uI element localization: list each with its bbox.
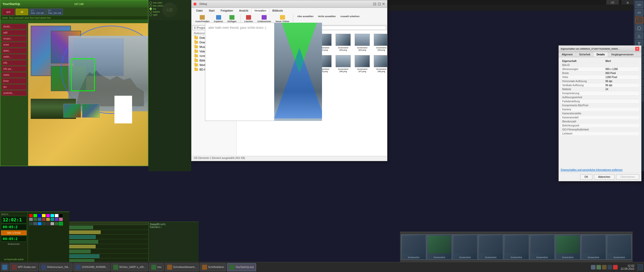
radio-top[interactable] [149, 8, 152, 10]
color-teal[interactable] [50, 218, 54, 221]
color-pink[interactable] [59, 218, 63, 221]
properties-remove-link[interactable]: Eigenschaften und persönliche Informatio… [559, 167, 641, 172]
sidebar-item-info-page[interactable]: info pa... [2, 66, 27, 72]
color-cell-2-6[interactable] [50, 222, 54, 225]
taskbar-yourstartup[interactable]: YourStartUp.exe [227, 263, 256, 271]
tray-action-center-icon[interactable] [608, 265, 612, 269]
tab-datei[interactable]: Datei [193, 8, 206, 13]
rt-btn-4[interactable]: ◯ [635, 24, 643, 31]
color-white[interactable] [55, 214, 59, 217]
radio-one-color[interactable] [149, 2, 152, 4]
file-screenshot-84[interactable]: Screenshot (84).png [353, 32, 371, 52]
sidebar-item-scetchboard[interactable]: scetchb... [2, 90, 27, 96]
taskbar-npf-snake[interactable]: NPF-Snake.exe [10, 263, 38, 271]
screenshot-thumb-6[interactable]: Screenshot [530, 234, 555, 260]
yourstartup-canvas[interactable] [28, 23, 148, 166]
color-dark-green[interactable] [33, 218, 37, 221]
taskbar-schriftstellerei[interactable]: Schriftstellerei [200, 263, 226, 271]
rt-btn-5[interactable]: △ [635, 32, 643, 39]
properties-close[interactable]: ✕ [635, 47, 639, 51]
screenshot-thumb-2[interactable]: Screenshot [427, 234, 452, 260]
color-magenta[interactable] [46, 214, 50, 217]
color-cell-2-1[interactable] [29, 222, 33, 225]
sidebar-item-reset[interactable]: reset [2, 42, 27, 47]
taskbar-neu[interactable]: neu [149, 263, 164, 271]
prop-abbrechen-button[interactable]: Abbrechen [594, 174, 615, 180]
screenshot-thumb-7[interactable]: Screenshot [555, 234, 580, 260]
screenshot-thumb-8[interactable]: Screenshot [581, 234, 606, 260]
tab-vorgaenger[interactable]: Vorgängerversionen [608, 52, 637, 57]
btn-nichts-auswaehlen[interactable]: Nichts auswählen [316, 14, 338, 23]
file-screenshot-97[interactable]: Screenshot (97).png [353, 54, 371, 74]
taskbar-schreibwett[interactable]: Schreibwettbewerb... [165, 263, 199, 271]
sidebar-item-rename[interactable]: renam... [2, 36, 27, 41]
btn-ausschneiden[interactable]: Ausschneiden [193, 14, 211, 23]
tab-sicherheit[interactable]: Sicherheit [576, 52, 593, 57]
file-explorer-close[interactable] [193, 3, 196, 6]
tab-start[interactable]: Start [206, 8, 217, 13]
btn-auswahl-umkehren[interactable]: Auswahl umkehren [339, 14, 361, 23]
color-green[interactable] [33, 214, 37, 217]
btn-loeschen[interactable]: Löschen [243, 14, 255, 23]
screenshot-thumb-5[interactable]: Screenshot [504, 234, 529, 260]
tab-bildtools[interactable]: Bildtools [270, 8, 286, 13]
rt-btn-2[interactable]: ▭ [635, 9, 643, 16]
prop-ok-button[interactable]: OK [580, 174, 592, 180]
prop-uebernehmen-button[interactable]: Übernehmen [616, 174, 639, 180]
rt-btn-1[interactable]: ▭ [635, 1, 643, 8]
take-break-button[interactable]: take a break [1, 230, 27, 235]
color-cell-2-7[interactable] [55, 222, 59, 225]
screenshot-thumb-9[interactable]: Screenshot [607, 234, 632, 260]
screenshot-thumb-3[interactable]: Screenshot [452, 234, 477, 260]
btn-einfuegen[interactable]: Einfügen [226, 14, 238, 23]
tray-battery-icon[interactable] [602, 265, 607, 269]
taskbar-skgtec[interactable]: SKGtec_NARF-s_v00... [111, 263, 148, 271]
tab-allgemein[interactable]: Allgemein [559, 52, 576, 57]
sidebar-item-settings[interactable]: settin... [2, 54, 27, 59]
sidebar-item-shutdown[interactable]: shutd... [2, 24, 27, 29]
btn-alles-auswaehlen[interactable]: Alles auswählen [295, 14, 315, 23]
rt-btn-3[interactable]: ⬛ [635, 17, 643, 24]
start-button[interactable] [1, 263, 9, 271]
color-red[interactable] [29, 214, 33, 217]
color-cell-2-8[interactable] [59, 222, 63, 225]
tray-speaker-icon[interactable] [596, 265, 601, 269]
color-blue[interactable] [37, 214, 42, 217]
sidebar-item-timer[interactable]: timer [2, 78, 27, 84]
sidebar-item-notes[interactable]: notes [2, 72, 27, 78]
color-cell-2-4[interactable] [42, 222, 46, 225]
tray-red-icon[interactable] [613, 265, 618, 269]
all-button[interactable]: all [16, 9, 28, 15]
sidebar-item-add[interactable]: add [2, 30, 27, 35]
color-yellow[interactable] [42, 214, 46, 217]
color-cell-2-5[interactable] [46, 222, 50, 225]
quit-button[interactable]: quit [2, 9, 15, 15]
sidebar-item-info[interactable]: info [2, 60, 27, 65]
color-orange[interactable] [46, 218, 50, 221]
sidebar-item-dm[interactable]: dm [2, 84, 27, 90]
color-purple[interactable] [55, 218, 59, 221]
taskbar-referenz[interactable]: Referenzraum_NA... [39, 263, 72, 271]
radio-two-colors[interactable] [149, 5, 152, 7]
color-cyan[interactable] [50, 214, 54, 217]
tab-verwalten[interactable]: Verwalten [252, 8, 269, 13]
btn-kopieren[interactable]: Kopieren [212, 14, 225, 23]
tab-details[interactable]: Details [593, 52, 608, 57]
tray-network-icon[interactable] [591, 265, 595, 269]
color-cell-2-3[interactable] [37, 222, 42, 225]
color-dark-blue[interactable] [37, 218, 42, 221]
screenshot-thumb-4[interactable]: Screenshot [478, 234, 503, 260]
show-desktop-button[interactable] [637, 263, 643, 271]
btn-umbenennen[interactable]: Umbenennen [256, 14, 273, 23]
btn-neuer-ordner[interactable]: Neuer Ordner [274, 14, 291, 23]
tab-ansicht[interactable]: Ansicht [236, 8, 251, 13]
file-screenshot-83[interactable]: Screenshot (83).png [334, 32, 352, 52]
radio-bottom[interactable] [149, 11, 152, 13]
color-cell-2-2[interactable] [33, 222, 37, 225]
file-screenshot-96[interactable]: Screenshot (96).png [334, 54, 352, 74]
file-screenshot-90[interactable]: Screenshot (90).png [373, 32, 387, 52]
color-dark-red[interactable] [42, 218, 46, 221]
color-black[interactable] [59, 214, 63, 217]
taskbar-153553[interactable]: 153553488_4039988... [73, 263, 110, 271]
screenshot-thumb-1[interactable]: Screenshot [401, 234, 426, 260]
